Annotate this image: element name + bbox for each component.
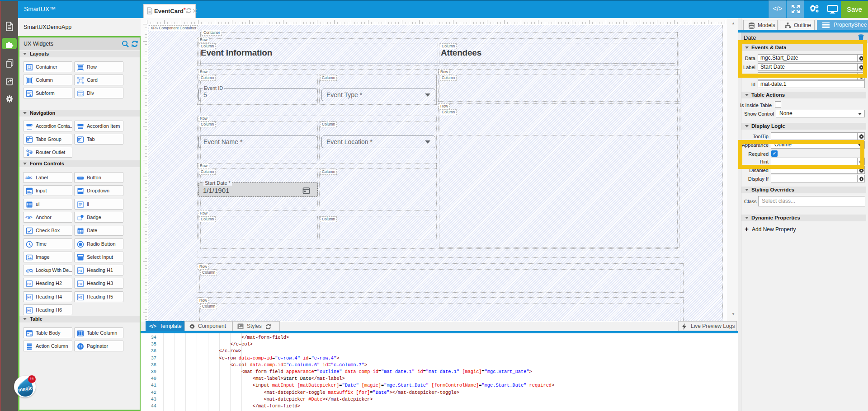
svg-text:H2: H2: [27, 282, 31, 285]
svg-text:H1: H1: [78, 269, 82, 272]
svg-text:H3: H3: [78, 282, 82, 285]
svg-text:</>: </>: [78, 93, 83, 96]
svg-text:H6: H6: [27, 309, 31, 312]
svg-text:H5: H5: [78, 296, 82, 299]
svg-text:H4: H4: [27, 296, 31, 299]
